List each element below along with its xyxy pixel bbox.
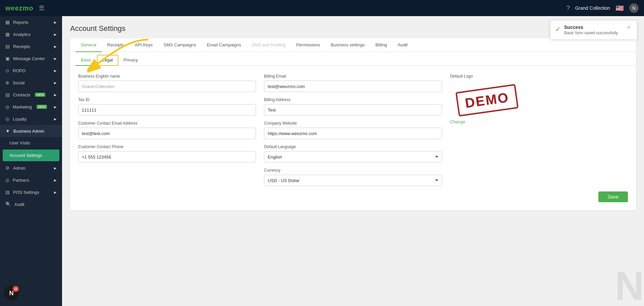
business-name-group: Business English name xyxy=(78,74,256,92)
audit-icon: 🔍 xyxy=(5,202,11,207)
hamburger-icon[interactable]: ☰ xyxy=(39,4,44,12)
receipts-icon: ▤ xyxy=(5,44,10,49)
company-website-input[interactable] xyxy=(264,128,442,139)
sidebar-item-business-admin[interactable]: ▼ Business Admin xyxy=(0,125,62,137)
brand-name: Grand Collection xyxy=(575,5,610,11)
sidebar-label-loyalty: Loyalty xyxy=(13,117,26,122)
help-icon[interactable]: ? xyxy=(567,5,570,12)
contact-phone-input[interactable] xyxy=(78,151,256,163)
demo-stamp: DEMO xyxy=(455,84,518,117)
sidebar-label-ropo: ROPO xyxy=(13,68,25,73)
expand-icon-2: ▶ xyxy=(54,33,57,36)
form-col-1: Business English name Tax ID Customer Co… xyxy=(78,74,256,186)
pos-settings-icon: ▤ xyxy=(5,189,10,195)
marketing-icon: ◎ xyxy=(5,104,9,110)
user-avatar[interactable]: N xyxy=(629,3,639,13)
toast-message: Basic form saved successfully xyxy=(564,31,618,35)
sidebar-label-contacts: Contacts xyxy=(13,92,30,97)
toast-success-icon: ✓ xyxy=(555,25,561,33)
sidebar-item-loyalty[interactable]: ◎ Loyalty ▶ xyxy=(0,113,62,125)
default-logo-label: Default Logo xyxy=(450,74,473,79)
billing-address-group: Billing Address xyxy=(264,97,442,116)
currency-select[interactable]: USD - US Dollar xyxy=(264,175,442,186)
avatar-circle[interactable]: N 11 xyxy=(4,286,19,301)
tab-billing[interactable]: Billing xyxy=(370,38,392,52)
expand-icon-8: ▶ xyxy=(54,105,57,109)
business-admin-expand-icon: ▼ xyxy=(5,128,10,134)
form-col-3: Default Logo DEMO Change xyxy=(450,74,628,186)
sidebar-label-receipts: Receipts xyxy=(13,44,30,49)
sidebar-item-message-center[interactable]: ▣ Message Center ▶ xyxy=(0,52,62,64)
business-name-input[interactable] xyxy=(78,81,256,92)
contacts-icon: ▤ xyxy=(5,92,10,97)
default-language-select[interactable]: English xyxy=(264,151,442,163)
sidebar-label-business-admin: Business Admin xyxy=(13,129,45,134)
notification-badge: 11 xyxy=(13,286,19,292)
sidebar-item-user-visits[interactable]: User Visits xyxy=(0,137,62,149)
expand-icon-12: ▶ xyxy=(54,190,57,194)
sidebar-item-reports[interactable]: ▦ Reports ▶ xyxy=(0,16,62,28)
tab-api-keys[interactable]: API Keys xyxy=(129,38,158,52)
tax-id-input[interactable] xyxy=(78,104,256,116)
default-language-group: Default Language English xyxy=(264,144,442,163)
sidebar-label-pos-settings: POS Settings xyxy=(13,190,39,195)
sidebar-label-partners: Partners xyxy=(13,178,29,183)
toast-close-icon[interactable]: × xyxy=(627,25,630,31)
sidebar-item-account-settings[interactable]: Account Settings xyxy=(3,149,59,161)
tab-audit[interactable]: Audit xyxy=(392,38,413,52)
tab-basic[interactable]: Basic xyxy=(75,55,97,66)
billing-address-input[interactable] xyxy=(264,104,442,116)
contact-email-label: Customer Contact Email Address xyxy=(78,121,256,126)
billing-email-input[interactable] xyxy=(264,81,442,92)
tab-privacy[interactable]: Privacy xyxy=(118,55,144,66)
analytics-icon: ▦ xyxy=(5,32,10,37)
tab-email-campaigns[interactable]: Email Campaigns xyxy=(202,38,247,52)
contact-phone-label: Customer Contact Phone xyxy=(78,144,256,149)
sidebar-label-marketing: Marketing xyxy=(13,104,32,110)
sidebar-item-social[interactable]: ⊕ Social ▶ xyxy=(0,77,62,89)
sidebar: ▦ Reports ▶ ▦ Analytics ▶ ▤ Receipts ▶ ▣… xyxy=(0,16,62,306)
save-button[interactable]: Save xyxy=(598,191,628,202)
form-body: Business English name Tax ID Customer Co… xyxy=(70,66,636,186)
tabs-row1: General Receipts API Keys SMS Campaigns … xyxy=(70,38,636,52)
sidebar-label-reports: Reports xyxy=(13,20,29,25)
tab-business-settings[interactable]: Business settings xyxy=(325,38,370,52)
sidebar-item-partners[interactable]: ◎ Partners ▶ xyxy=(0,174,62,186)
expand-icon-3: ▶ xyxy=(54,45,57,48)
contact-email-input[interactable] xyxy=(78,128,256,139)
tabs-row2: Basic Legal Privacy xyxy=(70,52,636,66)
toast-content: Success Basic form saved successfully xyxy=(564,25,618,35)
sidebar-item-pos-settings[interactable]: ▤ POS Settings ▶ xyxy=(0,186,62,198)
sidebar-item-marketing[interactable]: ◎ Marketing NEW ▶ xyxy=(0,101,62,113)
tab-receipts[interactable]: Receipts xyxy=(102,38,129,52)
sidebar-item-contacts[interactable]: ▤ Contacts NEW ▶ xyxy=(0,89,62,101)
bottom-avatar[interactable]: N 11 xyxy=(4,286,19,301)
reports-icon: ▦ xyxy=(5,19,10,25)
change-logo-link[interactable]: Change xyxy=(450,119,466,124)
admin-icon: ⚙ xyxy=(5,165,10,171)
sidebar-item-receipts[interactable]: ▤ Receipts ▶ xyxy=(0,40,62,52)
save-row: Save xyxy=(70,186,636,202)
contacts-badge: NEW xyxy=(35,93,45,97)
expand-icon-9: ▶ xyxy=(54,117,57,121)
tab-sms-campaigns[interactable]: SMS Campaigns xyxy=(158,38,202,52)
sidebar-item-admin[interactable]: ⚙ Admin ▶ xyxy=(0,162,62,174)
tab-dns-hosting[interactable]: DNS and Hosting xyxy=(247,38,291,52)
tab-general[interactable]: General xyxy=(75,38,102,52)
logo-text: weezmo xyxy=(5,4,34,12)
sidebar-label-social: Social xyxy=(13,80,24,85)
sidebar-item-audit[interactable]: 🔍 Audit xyxy=(0,198,62,210)
sidebar-label-message-center: Message Center xyxy=(13,56,45,61)
expand-icon: ▶ xyxy=(54,20,57,24)
tab-legal[interactable]: Legal xyxy=(97,55,118,66)
sidebar-label-account-settings: Account Settings xyxy=(9,153,42,158)
sidebar-label-analytics: Analytics xyxy=(13,32,31,37)
sidebar-item-analytics[interactable]: ▦ Analytics ▶ xyxy=(0,28,62,40)
billing-email-label: Billing Email xyxy=(264,74,442,79)
tab-permissions[interactable]: Permissions xyxy=(291,38,325,52)
marketing-badge: NEW xyxy=(37,105,47,109)
social-icon: ⊕ xyxy=(5,80,9,85)
sidebar-item-ropo[interactable]: ⊙ ROPO ▶ xyxy=(0,64,62,77)
logo: weezmo xyxy=(5,4,34,12)
tax-id-label: Tax ID xyxy=(78,97,256,102)
